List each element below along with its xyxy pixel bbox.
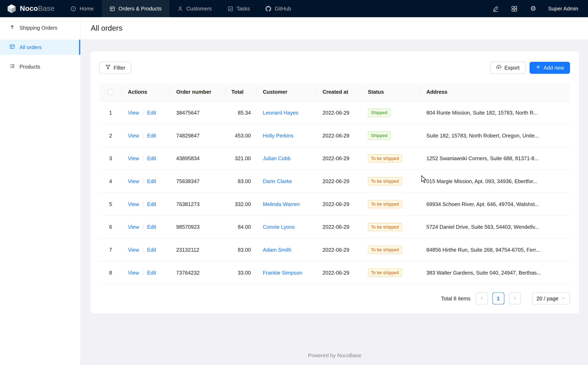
edit-link[interactable]: Edit	[147, 224, 156, 230]
status-tag: Shipped	[368, 131, 391, 140]
view-link[interactable]: View	[128, 224, 139, 230]
navbar-tools: ⚙ Super Admin	[492, 0, 588, 17]
action-divider	[143, 270, 143, 275]
pagination-total: Total 8 items	[441, 295, 471, 301]
status-cell: Shipped	[362, 124, 421, 147]
status-cell: To be shipped	[362, 193, 421, 216]
sidebar-item-shipping-orders[interactable]: Shipping Orders	[0, 20, 80, 35]
main-area: All orders Filter	[81, 17, 588, 365]
customer-link[interactable]: Leonard Hayes	[263, 110, 298, 116]
row-index: 4	[109, 178, 112, 184]
view-link[interactable]: View	[128, 178, 139, 184]
table-row: 2 ViewEdit 74829847 453.00 Holly Perkins…	[99, 124, 570, 147]
view-link[interactable]: View	[128, 270, 139, 276]
address-cell: 69934 Schoen River, Apt. 646, 49704, Wal…	[421, 193, 570, 216]
row-index-cell: 4	[99, 170, 122, 193]
row-index-cell: 8	[99, 261, 122, 284]
status-tag: To be shipped	[368, 177, 402, 185]
cloud-upload-icon	[496, 64, 501, 71]
nav-item-orders-products[interactable]: Orders & Products	[102, 0, 170, 17]
nocobase-logo-icon	[7, 4, 17, 14]
sidebar-item-label: All orders	[20, 44, 42, 50]
view-link[interactable]: View	[128, 133, 139, 139]
edit-link[interactable]: Edit	[147, 270, 156, 276]
toolbar-right: Export Add new	[490, 62, 570, 74]
plugins-grid-icon[interactable]	[511, 5, 518, 13]
row-actions-cell: ViewEdit	[122, 238, 170, 261]
filter-button[interactable]: Filter	[99, 62, 131, 74]
row-actions-cell: ViewEdit	[122, 124, 170, 147]
nav-item-label: GitHub	[275, 6, 291, 11]
created-at-cell: 2022-06-29	[317, 238, 362, 261]
nav-item-label: Customers	[186, 6, 212, 11]
orders-card: Filter Export	[90, 51, 579, 313]
pagination-next-button[interactable]	[509, 293, 521, 305]
tasks-icon	[227, 6, 233, 11]
customer-link[interactable]: Holly Perkins	[263, 133, 294, 139]
address-cell: 015 Margie Mission, Apt. 093, 34936, Ebe…	[421, 170, 570, 193]
order-number-cell: 75638347	[170, 170, 225, 193]
customer-link[interactable]: Adam Smith	[263, 247, 291, 253]
table-toolbar: Filter Export	[99, 62, 570, 74]
export-button[interactable]: Export	[490, 62, 525, 74]
customer-link[interactable]: Julian Cobb	[263, 155, 290, 161]
status-cell: To be shipped	[362, 238, 421, 261]
total-cell: 85.34	[225, 101, 257, 124]
row-index: 8	[109, 270, 112, 276]
edit-link[interactable]: Edit	[147, 155, 156, 161]
sidebar-item-all-orders[interactable]: All orders	[0, 40, 80, 55]
customer-cell: Julian Cobb	[257, 147, 317, 170]
sidebar-item-label: Shipping Orders	[20, 25, 57, 31]
table-row: 1 ViewEdit 38475647 85.34 Leonard Hayes …	[99, 101, 570, 124]
main-nav: Home Orders & Products Customers Tasks	[63, 0, 299, 17]
customer-link[interactable]: Connie Lyons	[263, 224, 295, 230]
app-name: NocoBase	[20, 5, 54, 13]
edit-link[interactable]: Edit	[147, 110, 156, 116]
status-tag: To be shipped	[368, 154, 402, 162]
edit-link[interactable]: Edit	[147, 178, 156, 184]
edit-link[interactable]: Edit	[147, 247, 156, 253]
edit-link[interactable]: Edit	[147, 201, 156, 207]
customer-cell: Melinda Warren	[257, 193, 317, 216]
created-at-cell: 2022-06-29	[317, 170, 362, 193]
pagination-prev-button[interactable]	[476, 293, 488, 305]
current-user[interactable]: Super Admin	[548, 6, 578, 11]
order-number-cell: 98570923	[170, 215, 225, 238]
customer-link[interactable]: Darin Clarke	[263, 178, 292, 184]
view-link[interactable]: View	[128, 110, 139, 116]
chevron-left-icon	[479, 295, 484, 301]
nav-item-tasks[interactable]: Tasks	[220, 0, 258, 17]
total-cell: 33.00	[225, 261, 257, 284]
settings-gear-icon[interactable]: ⚙	[530, 5, 537, 13]
customer-link[interactable]: Melinda Warren	[263, 201, 300, 207]
row-index-cell: 3	[99, 147, 122, 170]
view-link[interactable]: View	[128, 155, 139, 161]
pagination-page-1[interactable]: 1	[492, 293, 504, 305]
sidebar-item-products[interactable]: Products	[0, 59, 80, 74]
nav-item-home[interactable]: Home	[63, 0, 102, 17]
nav-item-label: Home	[80, 6, 94, 11]
edit-link[interactable]: Edit	[147, 133, 156, 139]
column-header-address: Address	[421, 83, 570, 101]
nav-item-customers[interactable]: Customers	[169, 0, 220, 17]
status-cell: Shipped	[362, 101, 421, 124]
action-divider	[143, 224, 143, 230]
nav-item-github[interactable]: GitHub	[258, 0, 299, 17]
customer-link[interactable]: Frankie Simpson	[263, 270, 302, 276]
view-link[interactable]: View	[128, 247, 139, 253]
status-cell: To be shipped	[362, 147, 421, 170]
page-size-select[interactable]: 20 / page	[532, 293, 570, 305]
select-all-checkbox[interactable]	[108, 89, 114, 95]
nav-item-label: Orders & Products	[118, 6, 162, 11]
view-link[interactable]: View	[128, 201, 139, 207]
order-number-cell: 38475647	[170, 101, 225, 124]
app-logo[interactable]: NocoBase	[0, 0, 63, 17]
add-new-button[interactable]: Add new	[530, 62, 570, 74]
ui-editor-pen-icon[interactable]	[492, 5, 500, 13]
column-header-total: Total	[225, 83, 257, 101]
order-number-cell: 73764232	[170, 261, 225, 284]
address-cell: Suite 182, 15783, North Robert, Oregon, …	[421, 124, 570, 147]
customer-cell: Darin Clarke	[257, 170, 317, 193]
action-divider	[143, 179, 143, 184]
created-at-cell: 2022-06-29	[317, 261, 362, 284]
